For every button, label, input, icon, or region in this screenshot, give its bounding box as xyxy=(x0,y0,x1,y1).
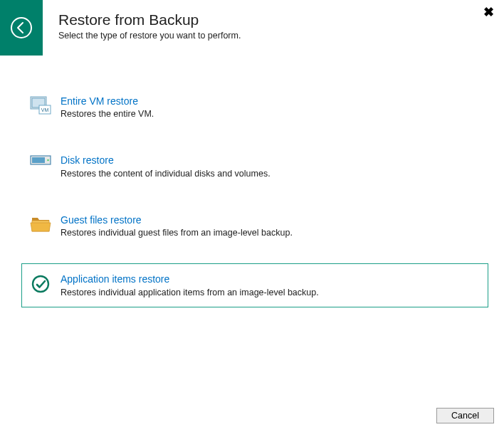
option-application-items-restore[interactable]: Application items restore Restores indiv… xyxy=(21,263,488,307)
svg-rect-6 xyxy=(32,157,45,163)
option-title: Guest files restore xyxy=(61,214,481,226)
svg-point-0 xyxy=(11,18,31,38)
option-title: Entire VM restore xyxy=(61,95,481,107)
option-guest-files-restore[interactable]: Guest files restore Restores individual … xyxy=(21,204,488,248)
svg-text:VM: VM xyxy=(41,107,49,112)
close-icon: ✖ xyxy=(483,5,494,19)
app-icon xyxy=(28,274,53,294)
option-title: Disk restore xyxy=(61,154,481,167)
option-desc: Restores individual application items fr… xyxy=(61,287,481,298)
option-text: Entire VM restore Restores the entire VM… xyxy=(61,95,481,120)
footer: Cancel xyxy=(436,408,494,423)
option-title: Application items restore xyxy=(61,273,481,285)
close-button[interactable]: ✖ xyxy=(483,6,494,19)
back-arrow-icon xyxy=(10,16,33,39)
svg-point-9 xyxy=(33,276,48,292)
disk-icon xyxy=(28,155,53,165)
option-desc: Restores the content of individual disks… xyxy=(61,168,481,179)
cancel-button[interactable]: Cancel xyxy=(436,408,494,423)
option-disk-restore[interactable]: Disk restore Restores the content of ind… xyxy=(21,144,488,188)
folder-icon xyxy=(28,215,53,233)
option-text: Guest files restore Restores individual … xyxy=(61,214,481,238)
vm-icon: VM xyxy=(28,96,53,115)
option-desc: Restores individual guest files from an … xyxy=(61,227,481,238)
page-title: Restore from Backup xyxy=(58,11,241,28)
svg-point-7 xyxy=(47,159,49,162)
option-desc: Restores the entire VM. xyxy=(61,108,481,120)
option-text: Application items restore Restores indiv… xyxy=(61,273,481,297)
title-block: Restore from Backup Select the type of r… xyxy=(43,0,241,41)
page-subtitle: Select the type of restore you want to p… xyxy=(58,31,241,41)
option-text: Disk restore Restores the content of ind… xyxy=(61,154,481,179)
option-entire-vm-restore[interactable]: VM Entire VM restore Restores the entire… xyxy=(21,85,488,129)
header: Restore from Backup Select the type of r… xyxy=(0,0,504,56)
back-button[interactable] xyxy=(0,0,43,56)
options-list: VM Entire VM restore Restores the entire… xyxy=(21,85,488,307)
